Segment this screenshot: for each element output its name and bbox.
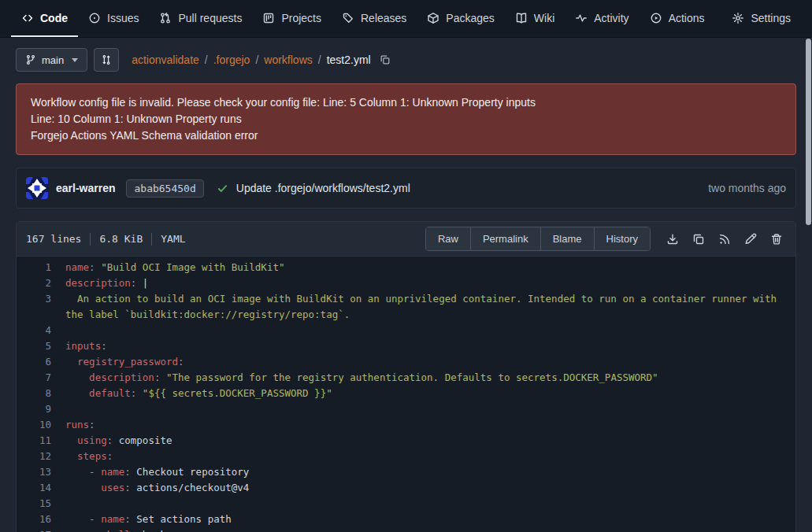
compare-icon xyxy=(101,54,112,65)
page-content: main actionvalidate / .forgejo / workflo… xyxy=(0,47,812,532)
code-line: 13 - name: Checkout repository xyxy=(17,464,795,480)
commit-status-check-icon[interactable] xyxy=(217,183,228,194)
code-line: 8 default: "${{ secrets.DOCKER_PASSWORD … xyxy=(17,386,795,401)
code-text xyxy=(65,323,795,338)
file-meta: 167 lines 6.8 KiB YAML xyxy=(26,233,186,246)
projects-icon xyxy=(262,12,275,24)
tab-packages-label: Packages xyxy=(446,12,494,24)
tab-issues[interactable]: Issues xyxy=(78,0,149,37)
raw-button[interactable]: Raw xyxy=(426,227,471,250)
permalink-button[interactable]: Permalink xyxy=(471,227,541,250)
code-text xyxy=(65,401,795,417)
error-line: Forgejo Actions YAML Schema validation e… xyxy=(31,127,781,144)
workflow-error-banner: Workflow config file is invalid. Please … xyxy=(16,83,796,155)
line-number[interactable]: 8 xyxy=(17,386,65,401)
tab-pull-requests[interactable]: Pull requests xyxy=(149,0,252,37)
code-line: 14 uses: actions/checkout@v4 xyxy=(17,480,795,496)
file-view: 167 lines 6.8 KiB YAML Raw Permalink Bla… xyxy=(16,221,796,532)
code-line: 3 An action to build an OCI image with B… xyxy=(17,291,795,323)
line-number[interactable]: 2 xyxy=(17,275,65,291)
rss-feed-button[interactable] xyxy=(718,233,731,246)
line-number[interactable]: 5 xyxy=(17,338,65,354)
rss-icon xyxy=(718,233,731,246)
tab-pull-requests-label: Pull requests xyxy=(178,12,242,24)
tab-settings[interactable]: Settings xyxy=(721,0,801,37)
line-number[interactable]: 9 xyxy=(17,401,65,417)
tab-releases[interactable]: Releases xyxy=(332,0,417,37)
code-text: steps: xyxy=(65,449,795,464)
code-line: 10runs: xyxy=(17,417,795,433)
wiki-icon xyxy=(515,12,528,24)
tab-projects[interactable]: Projects xyxy=(252,0,332,37)
releases-icon xyxy=(342,12,354,24)
code-line: 16 - name: Set actions path xyxy=(17,512,795,527)
breadcrumb-separator: / xyxy=(205,54,208,66)
tab-code[interactable]: Code xyxy=(11,0,78,37)
line-number[interactable]: 13 xyxy=(17,464,65,480)
history-button[interactable]: History xyxy=(595,227,650,250)
code-line: 7 description: "The password for the reg… xyxy=(17,370,795,386)
line-number[interactable]: 7 xyxy=(17,370,65,386)
commit-time: two months ago xyxy=(708,182,786,194)
commit-message[interactable]: Update .forgejo/workflows/test2.yml xyxy=(236,182,410,194)
code-line: 1name: "Build OCI Image with BuildKit" xyxy=(17,260,795,275)
line-number[interactable]: 12 xyxy=(17,449,65,464)
branch-icon xyxy=(25,54,36,65)
line-number[interactable]: 3 xyxy=(17,291,65,323)
breadcrumb-separator: / xyxy=(318,54,321,66)
code-text: - name: Set actions path xyxy=(65,512,795,527)
line-number[interactable]: 10 xyxy=(17,417,65,433)
scrollbar-thumb[interactable] xyxy=(806,39,811,225)
commit-hash[interactable]: abab65450d xyxy=(126,179,203,198)
code-text: using: composite xyxy=(65,433,795,449)
code-text: description: | xyxy=(65,275,795,291)
issues-icon xyxy=(88,12,101,24)
download-button[interactable] xyxy=(666,233,679,246)
edit-button[interactable] xyxy=(744,233,757,246)
breadcrumb-dir-workflows[interactable]: workflows xyxy=(264,54,312,66)
code-view: 1name: "Build OCI Image with BuildKit"2d… xyxy=(17,257,795,532)
tab-projects-label: Projects xyxy=(281,12,321,24)
tab-releases-label: Releases xyxy=(361,12,406,24)
line-number[interactable]: 17 xyxy=(17,527,65,532)
code-line: 17 shell: bash xyxy=(17,527,795,532)
file-header: 167 lines 6.8 KiB YAML Raw Permalink Bla… xyxy=(17,222,795,257)
copy-content-button[interactable] xyxy=(692,233,705,246)
blame-button[interactable]: Blame xyxy=(541,227,595,250)
copy-path-icon[interactable] xyxy=(380,54,391,65)
breadcrumb-separator: / xyxy=(255,54,258,66)
code-text: shell: bash xyxy=(65,527,795,532)
line-number[interactable]: 14 xyxy=(17,480,65,496)
code-line: 6 registry_password: xyxy=(17,354,795,370)
tab-wiki[interactable]: Wiki xyxy=(505,0,565,37)
copy-icon xyxy=(692,233,705,246)
compare-button[interactable] xyxy=(94,48,119,72)
commit-author[interactable]: earl-warren xyxy=(56,182,115,194)
branch-selector[interactable]: main xyxy=(16,48,87,72)
tab-activity-label: Activity xyxy=(594,12,628,24)
line-number[interactable]: 11 xyxy=(17,433,65,449)
code-text: registry_password: xyxy=(65,354,795,370)
chevron-down-icon xyxy=(72,58,78,62)
file-line-count: 167 lines xyxy=(26,233,81,245)
line-number[interactable]: 6 xyxy=(17,354,65,370)
avatar[interactable] xyxy=(26,177,48,199)
file-icon-buttons xyxy=(666,233,783,246)
breadcrumb-repo[interactable]: actionvalidate xyxy=(132,54,199,66)
nav-right: Settings xyxy=(721,0,801,37)
tab-activity[interactable]: Activity xyxy=(565,0,639,37)
code-line: 12 steps: xyxy=(17,449,795,464)
repo-tab-bar: Code Issues Pull requests Projects Relea… xyxy=(0,0,812,38)
tab-packages[interactable]: Packages xyxy=(417,0,504,37)
line-number[interactable]: 15 xyxy=(17,496,65,512)
breadcrumb-dir-forgejo[interactable]: .forgejo xyxy=(213,54,250,66)
meta-divider xyxy=(90,233,91,246)
tab-actions[interactable]: Actions xyxy=(640,0,715,37)
line-number[interactable]: 16 xyxy=(17,512,65,527)
tab-code-label: Code xyxy=(40,12,68,24)
line-number[interactable]: 1 xyxy=(17,260,65,275)
code-line: 9 xyxy=(17,401,795,417)
delete-button[interactable] xyxy=(770,233,783,246)
line-number[interactable]: 4 xyxy=(17,323,65,338)
code-text: description: "The password for the regis… xyxy=(65,370,795,386)
